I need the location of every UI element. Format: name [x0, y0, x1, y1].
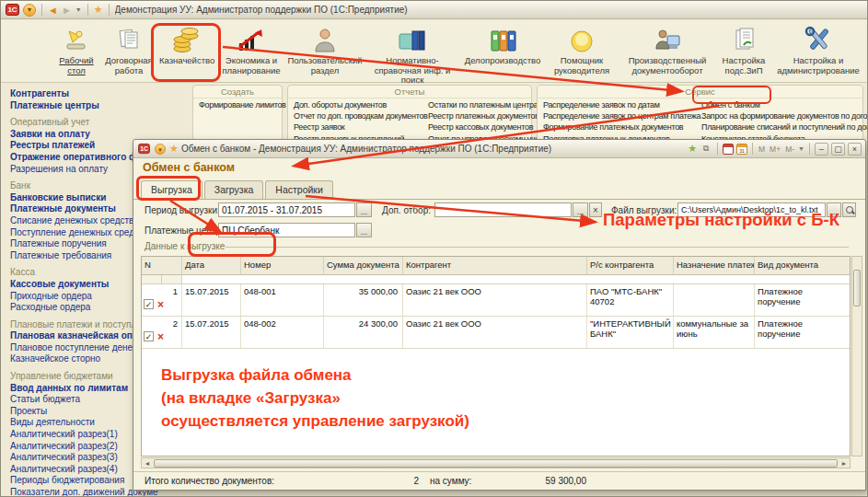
total-docs-label: Итого количество документов: [145, 476, 274, 486]
app-logo-icon: 1С [138, 144, 150, 154]
file-input[interactable] [677, 202, 826, 217]
history-dropdown-icon[interactable]: ▼ [75, 6, 82, 13]
payment-centers-input[interactable] [218, 223, 355, 237]
vertical-scrollbar[interactable] [851, 256, 862, 457]
period-ellipsis-button[interactable]: ... [356, 202, 372, 217]
chevron-down-icon[interactable]: ▼ [798, 145, 804, 152]
table-row[interactable]: 2 ✓ × 15.07.2015 048-002 24 300,00 Оазис… [142, 317, 850, 349]
menu-item[interactable]: Реестр кассовых документов [428, 121, 547, 133]
table-row[interactable]: 1 ✓ × 15.07.2015 048-001 35 000,00 Оазис… [142, 284, 850, 317]
row-checkbox[interactable]: ✓ [144, 331, 154, 341]
menu-item[interactable]: Формирование платежных документов [543, 121, 692, 133]
row-checkbox[interactable]: ✓ [144, 299, 154, 309]
row-number: 1 [144, 286, 179, 296]
menu-item[interactable]: Отчет по доп. проводкам документов [294, 110, 419, 121]
sidebar-item[interactable]: Оперативный учет [10, 117, 169, 129]
section-production-docflow[interactable]: Производственный документооборот [619, 21, 715, 75]
tab-nastroyki[interactable]: Настройки [265, 180, 333, 199]
section-manager-assistant[interactable]: Помощник руководителя [544, 21, 619, 75]
file-label: Файл выгрузки: [611, 205, 677, 215]
column-header[interactable]: Номер [241, 257, 324, 275]
divider [809, 143, 810, 155]
menu-item[interactable]: Планирование списаний и поступлений по д… [701, 121, 868, 133]
menu-item[interactable]: Реестр платежных документов [428, 110, 547, 121]
tab-vygruzka[interactable]: Выгрузка [141, 180, 203, 200]
column-header[interactable]: Р/с контрагента [587, 257, 674, 275]
calendar-icon[interactable]: 31 [736, 144, 747, 155]
section-office-work[interactable]: Делопроизводство [461, 21, 544, 66]
panel-title: Создать [193, 86, 282, 98]
section-administration[interactable]: Настройка и администрирование [772, 21, 864, 75]
memory-minus-button[interactable]: M- [784, 144, 795, 154]
menu-item[interactable]: Запрос на формирование документов по дог… [701, 110, 868, 121]
panel-create-items: Формирование лимитов [193, 98, 290, 110]
calculator-icon[interactable] [723, 144, 734, 155]
column-header[interactable]: Вид документа [755, 257, 851, 275]
sidebar-item[interactable]: Контрагенты [10, 88, 169, 100]
scrollbar-thumb[interactable] [154, 459, 838, 468]
section-reference-search[interactable]: Нормативно-справочная инф. и поиск [364, 21, 461, 86]
payment-centers-ellipsis-button[interactable]: ... [356, 223, 372, 237]
scroll-left-icon[interactable]: ◄ [142, 460, 153, 467]
menu-item[interactable]: Доп. обороты документов [294, 99, 419, 110]
add-favorite-icon[interactable]: ★ [688, 143, 697, 155]
filter-clear-icon[interactable]: × [589, 202, 602, 217]
forward-button[interactable]: ► [62, 4, 72, 17]
filter-input[interactable] [434, 202, 572, 217]
maximize-button[interactable]: ▢ [831, 143, 845, 156]
file-ellipsis-button[interactable]: ... [827, 202, 841, 217]
cell-purpose: коммунальные за июнь [674, 317, 755, 348]
favorites-star-icon[interactable]: ★ [94, 4, 103, 16]
person-computer-icon [619, 21, 715, 54]
column-header[interactable]: Контрагент [403, 257, 587, 275]
memory-recall-button[interactable]: M [758, 144, 766, 154]
cell-sum: 24 300,00 [324, 317, 403, 348]
divider [752, 143, 753, 155]
main-menu-button[interactable]: ▼ [23, 4, 36, 17]
section-label: Договорная работа [100, 56, 157, 75]
minimize-button[interactable]: – [815, 143, 828, 156]
link-icon[interactable]: ⧉ [700, 143, 712, 155]
period-input[interactable] [218, 202, 355, 217]
column-header[interactable]: Сумма документа [324, 257, 403, 275]
section-zip-settings[interactable]: Настройка подс.ЗиП [715, 21, 772, 75]
section-contract-work[interactable]: Договорная работа [100, 21, 157, 75]
tab-separator [133, 199, 865, 200]
divider [87, 4, 88, 16]
column-header[interactable]: Дата [182, 257, 241, 275]
section-treasury[interactable]: Казначейство [159, 21, 214, 66]
menu-item[interactable]: Распределение заявок по датам [543, 99, 692, 110]
menu-item[interactable]: Формирование лимитов [199, 99, 286, 110]
column-header[interactable]: Назначение платежа [674, 257, 755, 275]
tab-zagruzka[interactable]: Загрузка [204, 180, 263, 199]
section-user[interactable]: Пользовательский раздел [286, 21, 364, 75]
menu-item[interactable]: Реестр заявок [294, 121, 419, 133]
filter-label: Доп. отбор: [382, 205, 431, 215]
scroll-right-icon[interactable]: ► [839, 460, 850, 467]
section-economy-planning[interactable]: Экономика и планирование [216, 21, 286, 75]
file-search-icon[interactable] [842, 202, 856, 217]
close-button[interactable]: × [848, 143, 862, 156]
panel-reports: Отчеты Доп. обороты документовОтчет по д… [287, 85, 532, 142]
row-number: 2 [144, 318, 179, 329]
column-header[interactable]: N [142, 257, 182, 275]
menu-item[interactable]: Обмен с банком [701, 99, 868, 110]
window-menu-button[interactable]: ▼ [155, 144, 166, 155]
horizontal-scrollbar[interactable]: ◄ ► [141, 457, 851, 468]
total-sum-label: на сумму: [430, 476, 471, 486]
section-desktop[interactable]: Рабочий стол [52, 21, 100, 75]
memory-plus-button[interactable]: M+ [769, 144, 781, 154]
cell-sum: 35 000,00 [324, 284, 403, 316]
sidebar-item[interactable]: Платежные центры [10, 100, 169, 112]
menu-item[interactable]: Распределение заявок по центрам платежа [543, 110, 692, 121]
folder-books-icon [364, 21, 461, 54]
row-delete-icon[interactable]: × [157, 332, 164, 341]
table-body: 1 ✓ × 15.07.2015 048-001 35 000,00 Оазис… [142, 284, 850, 349]
filter-ellipsis-button[interactable]: ... [573, 202, 588, 217]
favorites-star-icon[interactable]: ★ [169, 143, 179, 155]
tools-icon [772, 21, 864, 54]
row-delete-icon[interactable]: × [157, 300, 164, 309]
menu-item[interactable]: Остатки по платежным центрам [428, 99, 547, 110]
person-icon [286, 21, 364, 54]
back-button[interactable]: ◄ [48, 4, 58, 17]
